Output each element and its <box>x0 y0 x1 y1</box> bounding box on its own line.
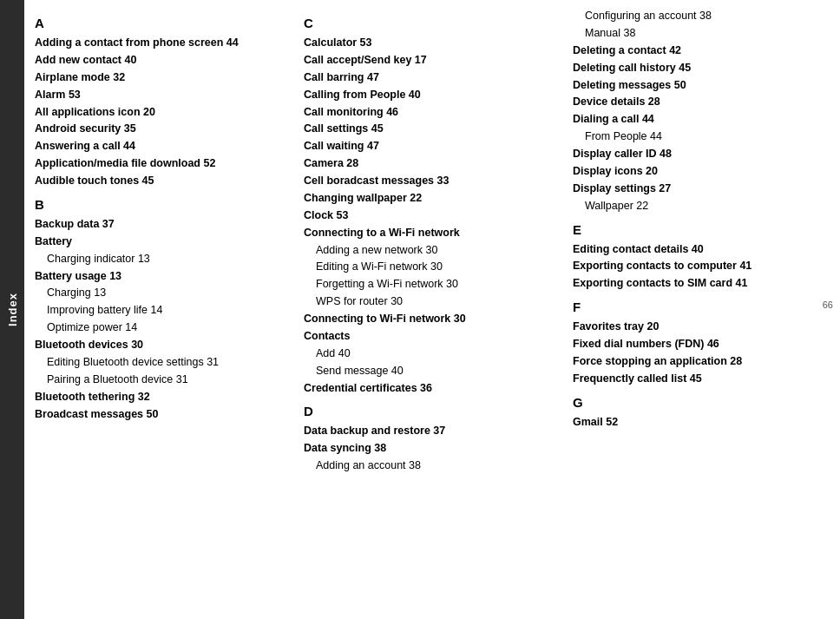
index-entry: Deleting messages 50 <box>573 78 824 93</box>
index-entry: Wallpaper 22 <box>573 199 824 214</box>
index-entry: Backup data 37 <box>35 217 286 232</box>
index-entry: Call barring 47 <box>304 70 555 85</box>
index-entry: Adding a new network 30 <box>304 243 555 258</box>
index-entry: Editing Bluetooth device settings 31 <box>35 355 286 370</box>
section-letter-e: E <box>573 221 824 239</box>
index-entry: Exporting contacts to computer 41 <box>573 259 824 273</box>
index-entry: Display caller ID 48 <box>573 147 824 161</box>
sidebar-tab-label: Index <box>6 293 19 326</box>
index-entry: Add new contact 40 <box>35 53 286 68</box>
index-entry: Display icons 20 <box>573 164 824 179</box>
index-entry: Improving battery life 14 <box>35 303 286 318</box>
section-letter-c: C <box>304 14 555 32</box>
index-entry: Force stopping an application 28 <box>573 354 824 369</box>
index-entry: Adding an account 38 <box>304 458 555 473</box>
index-entry: Charging 13 <box>35 286 286 300</box>
index-entry: Data backup and restore 37 <box>304 424 555 438</box>
index-entry: Changing wallpaper 22 <box>304 191 555 206</box>
index-entry: Frequenctly called list 45 <box>573 372 824 386</box>
index-entry: Connecting to a Wi-Fi network <box>304 226 555 240</box>
column-3: 66 Configuring an account 38Manual 38Del… <box>564 9 833 612</box>
index-entry: Cell boradcast messages 33 <box>304 174 555 188</box>
section-letter-g: G <box>573 393 824 412</box>
index-entry: Charging indicator 13 <box>35 252 286 267</box>
index-entry: Alarm 53 <box>35 88 286 102</box>
section-letter-d: D <box>304 402 555 420</box>
index-entry: Calculator 53 <box>304 36 555 50</box>
index-entry: Configuring an account 38 <box>573 9 824 23</box>
index-entry: Credential certificates 36 <box>304 381 555 396</box>
column-2: CCalculator 53Call accept/Send key 17Cal… <box>295 9 564 612</box>
content-area: AAdding a contact from phone screen 44Ad… <box>24 0 840 619</box>
index-entry: Editing contact details 40 <box>573 242 824 257</box>
index-entry: Manual 38 <box>573 26 824 41</box>
index-entry: Deleting a contact 42 <box>573 43 824 58</box>
index-entry: Favorites tray 20 <box>573 319 824 334</box>
index-entry: Camera 28 <box>304 156 555 171</box>
index-entry: Call accept/Send key 17 <box>304 53 555 68</box>
index-entry: Exporting contacts to SIM card 41 <box>573 276 824 291</box>
index-entry: Airplane mode 32 <box>35 70 286 85</box>
columns-wrapper: AAdding a contact from phone screen 44Ad… <box>31 9 833 612</box>
index-entry: Dialing a call 44 <box>573 112 824 127</box>
index-entry: Contacts <box>304 329 555 344</box>
index-entry: Bluetooth devices 30 <box>35 338 286 352</box>
index-entry: Call monitoring 46 <box>304 105 555 120</box>
index-entry: Deleting call history 45 <box>573 61 824 76</box>
index-entry: Send message 40 <box>304 364 555 379</box>
index-entry: Forgetting a Wi-Fi network 30 <box>304 277 555 292</box>
index-entry: Pairing a Bluetooth device 31 <box>35 372 286 387</box>
index-entry: Editing a Wi-Fi network 30 <box>304 260 555 274</box>
index-entry: Bluetooth tethering 32 <box>35 390 286 405</box>
index-entry: Broadcast messages 50 <box>35 407 286 422</box>
index-entry: Android security 35 <box>35 122 286 136</box>
index-entry: Battery usage 13 <box>35 269 286 284</box>
index-entry: Application/media file download 52 <box>35 156 286 171</box>
index-entry: Optimize power 14 <box>35 320 286 335</box>
index-entry: Gmail 52 <box>573 415 824 430</box>
index-entry: Battery <box>35 234 286 249</box>
index-entry: Audible touch tones 45 <box>35 174 286 188</box>
index-entry: Fixed dial numbers (FDN) 46 <box>573 337 824 352</box>
index-entry: Display settings 27 <box>573 181 824 196</box>
column-1: AAdding a contact from phone screen 44Ad… <box>31 9 295 612</box>
index-entry: Call settings 45 <box>304 122 555 136</box>
sidebar-tab: Index <box>0 0 24 619</box>
index-entry: Connecting to Wi-Fi network 30 <box>304 312 555 326</box>
section-letter-f: F <box>573 298 824 316</box>
index-entry: Call waiting 47 <box>304 139 555 154</box>
section-letter-a: A <box>35 14 286 32</box>
index-entry: Answering a call 44 <box>35 139 286 154</box>
page-number: 66 <box>823 299 833 312</box>
index-entry: Adding a contact from phone screen 44 <box>35 36 286 50</box>
index-entry: Data syncing 38 <box>304 441 555 456</box>
index-entry: Device details 28 <box>573 95 824 109</box>
index-entry: From People 44 <box>573 129 824 144</box>
index-entry: Add 40 <box>304 346 555 361</box>
section-letter-b: B <box>35 195 286 214</box>
index-entry: WPS for router 30 <box>304 294 555 309</box>
index-entry: All applications icon 20 <box>35 105 286 120</box>
index-entry: Calling from People 40 <box>304 88 555 102</box>
index-entry: Clock 53 <box>304 208 555 223</box>
